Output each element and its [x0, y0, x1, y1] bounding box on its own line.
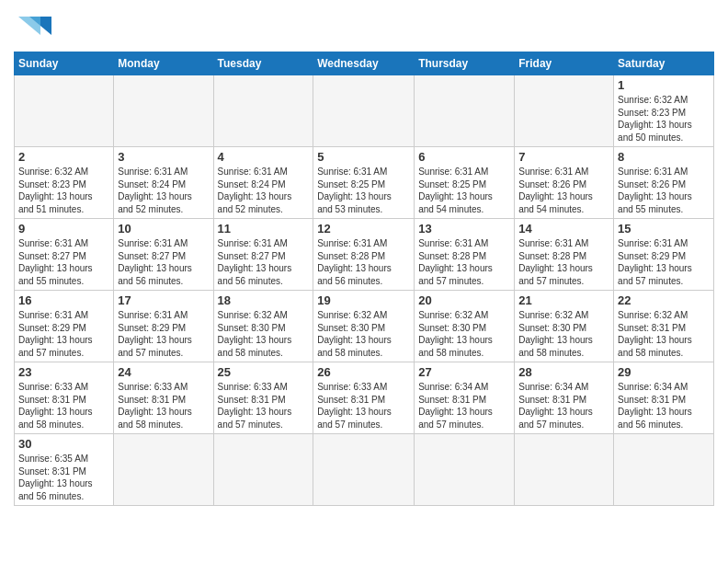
calendar-cell: 3Sunrise: 6:31 AM Sunset: 8:24 PM Daylig…	[114, 147, 213, 219]
day-info: Sunrise: 6:31 AM Sunset: 8:25 PM Dayligh…	[418, 166, 510, 215]
day-info: Sunrise: 6:32 AM Sunset: 8:30 PM Dayligh…	[418, 309, 510, 359]
day-info: Sunrise: 6:31 AM Sunset: 8:27 PM Dayligh…	[118, 237, 209, 287]
calendar-cell: 16Sunrise: 6:31 AM Sunset: 8:29 PM Dayli…	[15, 291, 114, 362]
calendar-cell: 25Sunrise: 6:33 AM Sunset: 8:31 PM Dayli…	[213, 362, 313, 434]
calendar-cell	[415, 75, 515, 147]
week-row-1: 1Sunrise: 6:32 AM Sunset: 8:23 PM Daylig…	[15, 75, 714, 147]
day-number: 24	[118, 365, 209, 379]
calendar-cell: 7Sunrise: 6:31 AM Sunset: 8:26 PM Daylig…	[515, 147, 614, 219]
header	[14, 9, 714, 42]
day-number: 6	[418, 150, 510, 164]
day-info: Sunrise: 6:31 AM Sunset: 8:24 PM Dayligh…	[118, 166, 209, 215]
calendar-cell	[415, 434, 515, 506]
day-info: Sunrise: 6:33 AM Sunset: 8:31 PM Dayligh…	[317, 381, 410, 431]
weekday-row: SundayMondayTuesdayWednesdayThursdayFrid…	[15, 52, 714, 75]
day-info: Sunrise: 6:33 AM Sunset: 8:31 PM Dayligh…	[18, 381, 109, 431]
day-number: 28	[518, 365, 609, 379]
calendar-cell: 22Sunrise: 6:32 AM Sunset: 8:31 PM Dayli…	[614, 291, 714, 362]
day-number: 2	[18, 150, 109, 164]
calendar-cell: 4Sunrise: 6:31 AM Sunset: 8:24 PM Daylig…	[213, 147, 313, 219]
calendar-cell: 5Sunrise: 6:31 AM Sunset: 8:25 PM Daylig…	[313, 147, 415, 219]
calendar-cell: 13Sunrise: 6:31 AM Sunset: 8:28 PM Dayli…	[415, 219, 515, 291]
calendar-cell: 18Sunrise: 6:32 AM Sunset: 8:30 PM Dayli…	[213, 291, 313, 362]
calendar-cell: 12Sunrise: 6:31 AM Sunset: 8:28 PM Dayli…	[313, 219, 415, 291]
calendar-body: 1Sunrise: 6:32 AM Sunset: 8:23 PM Daylig…	[15, 75, 714, 506]
day-info: Sunrise: 6:34 AM Sunset: 8:31 PM Dayligh…	[418, 381, 510, 431]
page-container: SundayMondayTuesdayWednesdayThursdayFrid…	[0, 0, 728, 515]
day-number: 14	[518, 222, 609, 236]
day-info: Sunrise: 6:31 AM Sunset: 8:27 PM Dayligh…	[218, 237, 310, 287]
calendar-cell: 9Sunrise: 6:31 AM Sunset: 8:27 PM Daylig…	[15, 219, 114, 291]
day-info: Sunrise: 6:32 AM Sunset: 8:30 PM Dayligh…	[518, 309, 609, 359]
day-number: 4	[218, 150, 310, 164]
day-number: 13	[418, 222, 510, 236]
day-number: 12	[317, 222, 410, 236]
day-number: 23	[18, 365, 109, 379]
day-number: 8	[618, 150, 710, 164]
day-number: 22	[618, 293, 710, 307]
day-info: Sunrise: 6:31 AM Sunset: 8:29 PM Dayligh…	[18, 309, 109, 359]
day-info: Sunrise: 6:32 AM Sunset: 8:31 PM Dayligh…	[618, 309, 710, 359]
calendar-cell: 14Sunrise: 6:31 AM Sunset: 8:28 PM Dayli…	[515, 219, 614, 291]
svg-marker-1	[18, 17, 40, 35]
calendar-cell: 21Sunrise: 6:32 AM Sunset: 8:30 PM Dayli…	[515, 291, 614, 362]
weekday-header-friday: Friday	[515, 52, 614, 75]
calendar-cell: 29Sunrise: 6:34 AM Sunset: 8:31 PM Dayli…	[614, 362, 714, 434]
day-number: 21	[518, 293, 609, 307]
calendar-cell: 8Sunrise: 6:31 AM Sunset: 8:26 PM Daylig…	[614, 147, 714, 219]
calendar-cell	[614, 434, 714, 506]
day-info: Sunrise: 6:32 AM Sunset: 8:23 PM Dayligh…	[618, 94, 710, 144]
calendar-cell: 24Sunrise: 6:33 AM Sunset: 8:31 PM Dayli…	[114, 362, 213, 434]
calendar-cell	[313, 75, 415, 147]
calendar-cell: 10Sunrise: 6:31 AM Sunset: 8:27 PM Dayli…	[114, 219, 213, 291]
calendar-cell: 28Sunrise: 6:34 AM Sunset: 8:31 PM Dayli…	[515, 362, 614, 434]
calendar-cell: 1Sunrise: 6:32 AM Sunset: 8:23 PM Daylig…	[614, 75, 714, 147]
weekday-header-monday: Monday	[114, 52, 213, 75]
calendar-cell: 2Sunrise: 6:32 AM Sunset: 8:23 PM Daylig…	[15, 147, 114, 219]
day-info: Sunrise: 6:34 AM Sunset: 8:31 PM Dayligh…	[518, 381, 609, 431]
calendar-cell	[213, 75, 313, 147]
day-info: Sunrise: 6:35 AM Sunset: 8:31 PM Dayligh…	[18, 453, 109, 502]
week-row-5: 23Sunrise: 6:33 AM Sunset: 8:31 PM Dayli…	[15, 362, 714, 434]
day-number: 10	[118, 222, 209, 236]
day-number: 3	[118, 150, 209, 164]
weekday-header-tuesday: Tuesday	[213, 52, 313, 75]
day-info: Sunrise: 6:32 AM Sunset: 8:23 PM Dayligh…	[18, 166, 109, 215]
day-info: Sunrise: 6:34 AM Sunset: 8:31 PM Dayligh…	[618, 381, 710, 431]
weekday-header-saturday: Saturday	[614, 52, 714, 75]
calendar-cell: 27Sunrise: 6:34 AM Sunset: 8:31 PM Dayli…	[415, 362, 515, 434]
calendar-cell	[515, 75, 614, 147]
calendar-cell: 6Sunrise: 6:31 AM Sunset: 8:25 PM Daylig…	[415, 147, 515, 219]
calendar-cell: 20Sunrise: 6:32 AM Sunset: 8:30 PM Dayli…	[415, 291, 515, 362]
calendar: SundayMondayTuesdayWednesdayThursdayFrid…	[14, 52, 714, 506]
calendar-cell	[213, 434, 313, 506]
week-row-4: 16Sunrise: 6:31 AM Sunset: 8:29 PM Dayli…	[15, 291, 714, 362]
day-info: Sunrise: 6:31 AM Sunset: 8:29 PM Dayligh…	[618, 237, 710, 287]
day-info: Sunrise: 6:31 AM Sunset: 8:28 PM Dayligh…	[518, 237, 609, 287]
day-number: 1	[618, 78, 710, 92]
day-info: Sunrise: 6:31 AM Sunset: 8:25 PM Dayligh…	[317, 166, 410, 215]
day-number: 27	[418, 365, 510, 379]
calendar-header: SundayMondayTuesdayWednesdayThursdayFrid…	[15, 52, 714, 75]
day-info: Sunrise: 6:31 AM Sunset: 8:27 PM Dayligh…	[18, 237, 109, 287]
day-info: Sunrise: 6:32 AM Sunset: 8:30 PM Dayligh…	[317, 309, 410, 359]
calendar-cell	[114, 75, 213, 147]
calendar-cell: 15Sunrise: 6:31 AM Sunset: 8:29 PM Dayli…	[614, 219, 714, 291]
day-number: 20	[418, 293, 510, 307]
day-info: Sunrise: 6:33 AM Sunset: 8:31 PM Dayligh…	[118, 381, 209, 431]
day-info: Sunrise: 6:31 AM Sunset: 8:28 PM Dayligh…	[418, 237, 510, 287]
calendar-cell: 30Sunrise: 6:35 AM Sunset: 8:31 PM Dayli…	[15, 434, 114, 506]
day-number: 30	[18, 437, 109, 451]
day-info: Sunrise: 6:31 AM Sunset: 8:26 PM Dayligh…	[518, 166, 609, 215]
calendar-cell	[114, 434, 213, 506]
calendar-cell: 17Sunrise: 6:31 AM Sunset: 8:29 PM Dayli…	[114, 291, 213, 362]
day-info: Sunrise: 6:31 AM Sunset: 8:29 PM Dayligh…	[118, 309, 209, 359]
day-number: 16	[18, 293, 109, 307]
week-row-3: 9Sunrise: 6:31 AM Sunset: 8:27 PM Daylig…	[15, 219, 714, 291]
day-info: Sunrise: 6:31 AM Sunset: 8:24 PM Dayligh…	[218, 166, 310, 215]
calendar-cell	[313, 434, 415, 506]
day-number: 7	[518, 150, 609, 164]
day-number: 17	[118, 293, 209, 307]
day-number: 25	[218, 365, 310, 379]
weekday-header-thursday: Thursday	[415, 52, 515, 75]
